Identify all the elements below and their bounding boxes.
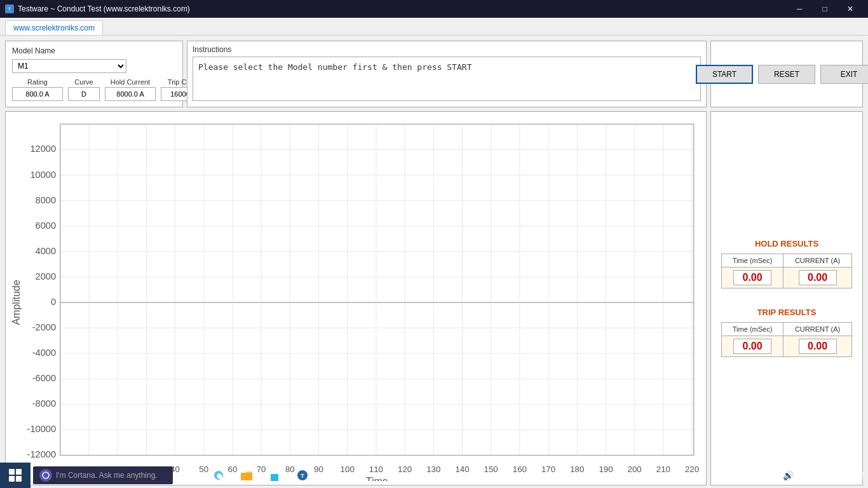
store-button[interactable] (262, 463, 287, 488)
start-button[interactable]: START (696, 65, 753, 84)
model-select[interactable]: M1 (12, 59, 126, 73)
curve-label: Curve (74, 78, 93, 86)
svg-rect-76 (185, 471, 189, 475)
clock-time: 00:27 (817, 466, 852, 475)
hold-time-value: 0.00 (733, 270, 771, 285)
svg-text:210: 210 (656, 464, 670, 474)
instructions-title: Instructions (193, 45, 701, 54)
hold-current-label: Hold Current (111, 78, 150, 86)
window-controls: ─ □ ✕ (787, 0, 863, 18)
svg-text:130: 130 (426, 464, 440, 474)
hold-time-cell: 0.00 (722, 268, 783, 288)
exit-button[interactable]: EXIT (820, 65, 868, 84)
show-hidden-icons[interactable]: ▲ (761, 470, 770, 480)
results-panel: HOLD RESULTS Time (mSec) CURRENT (A) 0.0… (710, 111, 863, 485)
clock-date: 10-12-2016 (817, 475, 852, 485)
start-menu-button[interactable] (0, 463, 31, 488)
svg-text:8000: 8000 (36, 195, 57, 205)
svg-rect-80 (241, 473, 252, 480)
chart-panel: 12000 10000 8000 6000 4000 2000 0 -2000 … (5, 111, 707, 485)
main-content: Model Name M1 Rating 800.0 A Curve D (0, 36, 868, 488)
model-name-label: Model Name (12, 46, 176, 55)
rating-group: Rating 800.0 A (12, 78, 63, 101)
taskbar-left: I'm Cortana. Ask me anything. T (0, 463, 315, 488)
website-tab[interactable]: www.screlektroniks.com (5, 20, 103, 35)
hold-results-section: HOLD RESULTS Time (mSec) CURRENT (A) 0.0… (721, 239, 852, 288)
bottom-section: 12000 10000 8000 6000 4000 2000 0 -2000 … (5, 111, 863, 485)
svg-text:-8000: -8000 (32, 398, 56, 409)
window-title: Testware ~ Conduct Test (www.screlektron… (18, 4, 190, 13)
app-window: www.screlektroniks.com Model Name M1 Rat… (0, 18, 868, 463)
task-view-button[interactable] (178, 463, 203, 488)
close-button[interactable]: ✕ (837, 0, 863, 18)
svg-text:-2000: -2000 (32, 322, 56, 332)
testware-app-button[interactable]: T (290, 463, 315, 488)
curve-group: Curve D (68, 78, 100, 101)
notification-center-icon[interactable]: ☐ (856, 470, 864, 480)
svg-text:120: 120 (398, 464, 412, 474)
cortana-icon (39, 469, 52, 482)
taskbar-right: ? ▲ ⊡ 🔊 ENG INTL 00:27 10-12-2016 ☐ (754, 463, 868, 488)
svg-text:100: 100 (341, 464, 355, 474)
svg-text:220: 220 (685, 464, 699, 474)
buttons-panel: START RESET EXIT (710, 41, 863, 107)
cortana-search-bar[interactable]: I'm Cortana. Ask me anything. (33, 466, 173, 484)
top-section: Model Name M1 Rating 800.0 A Curve D (5, 41, 863, 107)
volume-icon[interactable]: 🔊 (783, 470, 794, 480)
svg-text:140: 140 (455, 464, 469, 474)
hold-current-group: Hold Current 8000.0 A (105, 78, 156, 101)
svg-rect-79 (192, 476, 196, 480)
field-row: Rating 800.0 A Curve D Hold Current 8000… (12, 78, 176, 101)
svg-text:2000: 2000 (36, 271, 57, 281)
svg-text:12000: 12000 (30, 144, 56, 154)
chart-svg: 12000 10000 8000 6000 4000 2000 0 -2000 … (10, 116, 702, 481)
title-bar: T Testware ~ Conduct Test (www.screlektr… (0, 0, 868, 18)
maximize-button[interactable]: □ (812, 0, 837, 18)
network-icon[interactable]: ⊡ (773, 470, 780, 480)
instructions-text (193, 57, 701, 101)
cortana-search-text: I'm Cortana. Ask me anything. (56, 471, 158, 480)
edge-browser-button[interactable] (206, 463, 231, 488)
trip-time-header: Time (mSec) (722, 323, 783, 336)
region-label: INTL (797, 475, 813, 483)
trip-current-cell: 0.00 (783, 336, 852, 357)
hold-results-title: HOLD RESULTS (721, 239, 852, 248)
help-icon[interactable]: ? (754, 470, 759, 480)
hold-current-cell: 0.00 (783, 268, 852, 288)
model-panel: Model Name M1 Rating 800.0 A Curve D (5, 41, 183, 107)
svg-rect-77 (191, 471, 196, 475)
button-row: START RESET EXIT (696, 65, 868, 84)
system-tray-icons: ? ▲ ⊡ 🔊 (754, 470, 794, 480)
svg-text:90: 90 (314, 464, 323, 474)
file-explorer-button[interactable] (234, 463, 259, 488)
hold-current-value: 0.00 (799, 270, 837, 285)
svg-text:-12000: -12000 (27, 449, 57, 459)
rating-value: 800.0 A (12, 87, 63, 101)
svg-text:Amplitude: Amplitude (11, 280, 22, 325)
svg-text:190: 190 (599, 464, 613, 474)
svg-text:T: T (301, 473, 304, 479)
trip-time-cell: 0.00 (722, 336, 783, 357)
hold-time-header: Time (mSec) (722, 254, 783, 268)
taskbar-apps: T (178, 463, 315, 488)
svg-text:6000: 6000 (36, 220, 57, 231)
svg-rect-78 (185, 476, 191, 480)
app-icon: T (5, 4, 14, 13)
svg-text:Time: Time (366, 476, 388, 480)
rating-label: Rating (27, 78, 48, 86)
trip-current-header: CURRENT (A) (783, 323, 852, 336)
minimize-button[interactable]: ─ (787, 0, 812, 18)
hold-results-table: Time (mSec) CURRENT (A) 0.00 0.00 (721, 254, 852, 288)
trip-current-value: 0.00 (799, 339, 837, 354)
tab-bar: www.screlektroniks.com (0, 18, 868, 36)
svg-text:-4000: -4000 (32, 348, 56, 358)
svg-text:160: 160 (513, 464, 527, 474)
system-clock: 00:27 10-12-2016 (817, 466, 852, 485)
language-indicator: ENG INTL (797, 468, 813, 483)
svg-point-75 (43, 472, 49, 478)
svg-text:-10000: -10000 (27, 424, 57, 434)
instructions-panel: Instructions (187, 41, 707, 107)
reset-button[interactable]: RESET (758, 65, 815, 84)
trip-results-section: TRIP RESULTS Time (mSec) CURRENT (A) 0.0… (721, 308, 852, 357)
svg-text:4000: 4000 (36, 246, 57, 256)
